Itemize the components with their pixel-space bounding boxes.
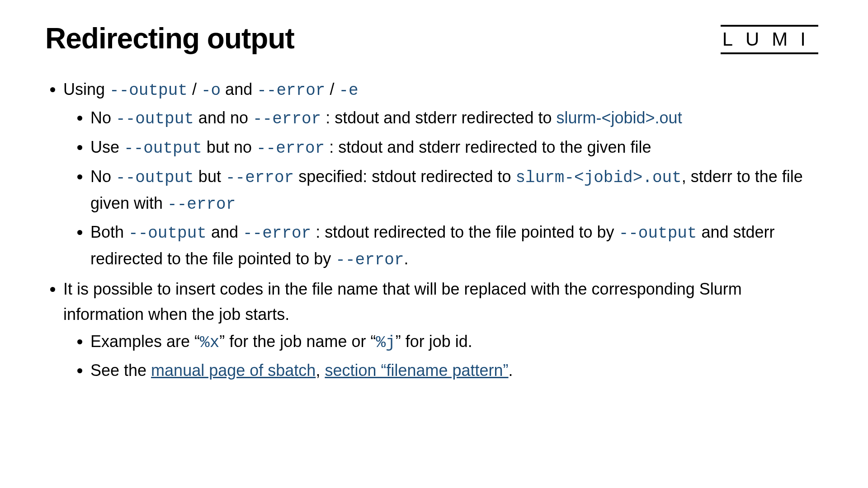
flag-error-long: --error [226,169,294,187]
text: Use [90,138,124,156]
lumi-logo: LUMI [721,25,818,54]
flag-error-long: --error [335,251,404,269]
flag-output-long: --output [124,139,202,158]
text: Using [63,80,109,99]
bullet-2a: Examples are “%x” for the job name or “%… [90,329,823,356]
text: No [90,108,116,127]
text: . [404,249,409,268]
text: No [90,167,116,186]
flag-output-short: -o [201,81,221,100]
bullet-1d: Both --output and --error : stdout redir… [90,220,823,273]
text: Examples are “ [90,332,200,351]
bullet-2b: See the manual page of sbatch, section “… [90,358,823,383]
text: / [188,80,201,99]
text: : stdout and stderr redirected to [321,108,556,127]
sub-bullet-list-2: Examples are “%x” for the job name or “%… [63,329,823,384]
flag-error-long: --error [256,139,325,158]
text: It is possible to insert codes in the fi… [63,280,742,324]
text: / [325,80,339,99]
text: ” for the job name or “ [219,332,376,351]
flag-output-long: --output [116,169,194,187]
text: specified: stdout redirected to [294,167,515,186]
text: , [316,361,325,380]
slide-title: Redirecting output [45,23,823,54]
bullet-1b: Use --output but no --error : stdout and… [90,135,823,161]
text: but [194,167,226,186]
bullet-1a: No --output and no --error : stdout and … [90,105,823,132]
flag-output-long: --output [116,110,194,128]
flag-error-long: --error [167,195,236,214]
text: and [207,223,243,241]
bullet-1: Using --output / -o and --error / -e No … [63,77,823,273]
bullet-list: Using --output / -o and --error / -e No … [45,77,823,383]
bullet-1c: No --output but --error specified: stdou… [90,164,823,217]
text: See the [90,361,151,380]
bullet-2: It is possible to insert codes in the fi… [63,277,823,383]
text: but no [202,138,256,156]
flag-error-long: --error [257,81,325,100]
slurm-out-filename-code: slurm-<jobid>.out [515,169,681,187]
flag-error-long: --error [253,110,321,128]
text: and no [194,108,253,127]
flag-output-long: --output [109,81,188,100]
sub-bullet-list-1: No --output and no --error : stdout and … [63,105,823,273]
filename-pattern-link[interactable]: section “filename pattern” [325,361,508,380]
text: and [221,80,257,99]
text: : stdout and stderr redirected to the gi… [325,138,651,156]
slurm-out-filename: slurm-<jobid>.out [557,108,682,127]
text: Both [90,223,128,241]
flag-output-long: --output [619,224,697,243]
flag-output-long: --output [128,224,207,243]
text: : stdout redirected to the file pointed … [311,223,618,241]
flag-error-long: --error [243,224,311,243]
code-percent-x: %x [200,333,219,352]
flag-error-short: -e [339,81,358,100]
slide: LUMI Redirecting output Using --output /… [0,0,868,488]
text: . [509,361,513,380]
sbatch-manual-link[interactable]: manual page of sbatch [151,361,316,380]
text: ” for job id. [396,332,472,351]
code-percent-j: %j [376,333,395,352]
